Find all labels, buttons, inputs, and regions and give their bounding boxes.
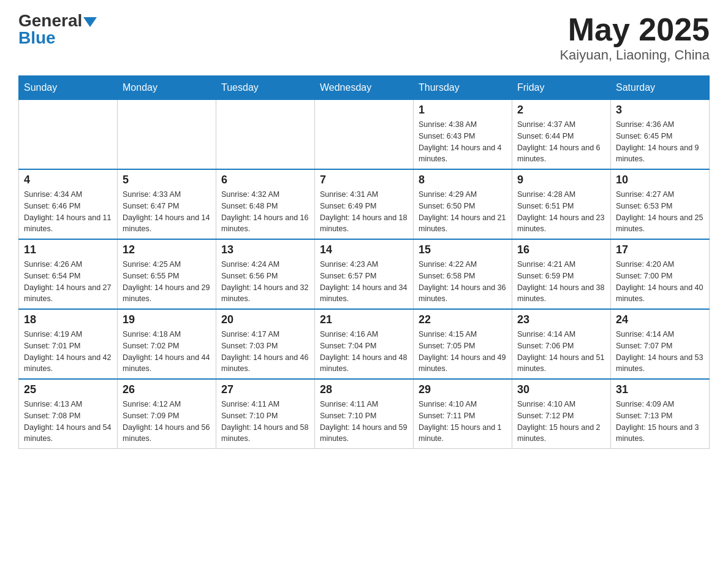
day-number: 6 [221,174,309,186]
day-number: 23 [517,313,605,326]
day-number: 10 [616,174,704,186]
day-cell: 25Sunrise: 4:13 AM Sunset: 7:08 PM Dayli… [19,379,118,449]
day-cell: 19Sunrise: 4:18 AM Sunset: 7:02 PM Dayli… [118,309,216,379]
day-info: Sunrise: 4:21 AM Sunset: 6:59 PM Dayligh… [517,259,605,305]
week-row-3: 11Sunrise: 4:26 AM Sunset: 6:54 PM Dayli… [19,239,710,309]
day-cell: 5Sunrise: 4:33 AM Sunset: 6:47 PM Daylig… [118,169,216,239]
day-number: 11 [24,243,112,256]
day-info: Sunrise: 4:10 AM Sunset: 7:12 PM Dayligh… [517,399,605,445]
day-number: 3 [616,104,704,117]
day-info: Sunrise: 4:11 AM Sunset: 7:10 PM Dayligh… [320,399,408,445]
day-cell: 18Sunrise: 4:19 AM Sunset: 7:01 PM Dayli… [19,309,118,379]
subtitle: Kaiyuan, Liaoning, China [559,47,710,63]
day-info: Sunrise: 4:31 AM Sunset: 6:49 PM Dayligh… [320,189,408,235]
day-info: Sunrise: 4:28 AM Sunset: 6:51 PM Dayligh… [517,189,605,235]
day-info: Sunrise: 4:16 AM Sunset: 7:04 PM Dayligh… [320,329,408,375]
day-info: Sunrise: 4:38 AM Sunset: 6:43 PM Dayligh… [419,119,507,165]
day-number: 27 [221,383,309,396]
day-cell [118,100,216,170]
day-number: 14 [320,243,408,256]
day-number: 7 [320,174,408,186]
day-cell: 11Sunrise: 4:26 AM Sunset: 6:54 PM Dayli… [19,239,118,309]
day-number: 5 [123,174,211,186]
logo-general: General [18,12,82,29]
calendar-header: SundayMondayTuesdayWednesdayThursdayFrid… [19,76,710,100]
day-cell [315,100,414,170]
calendar-table: SundayMondayTuesdayWednesdayThursdayFrid… [18,75,710,449]
day-cell: 26Sunrise: 4:12 AM Sunset: 7:09 PM Dayli… [118,379,216,449]
day-number: 22 [419,313,507,326]
day-info: Sunrise: 4:24 AM Sunset: 6:56 PM Dayligh… [221,259,309,305]
day-info: Sunrise: 4:32 AM Sunset: 6:48 PM Dayligh… [221,189,309,235]
day-number: 2 [517,104,605,117]
svg-marker-0 [83,17,97,27]
day-cell: 29Sunrise: 4:10 AM Sunset: 7:11 PM Dayli… [414,379,512,449]
day-number: 13 [221,243,309,256]
logo-triangle-icon [83,17,97,27]
day-info: Sunrise: 4:15 AM Sunset: 7:05 PM Dayligh… [419,329,507,375]
day-cell [19,100,118,170]
day-info: Sunrise: 4:37 AM Sunset: 6:44 PM Dayligh… [517,119,605,165]
day-cell: 14Sunrise: 4:23 AM Sunset: 6:57 PM Dayli… [315,239,414,309]
day-cell: 24Sunrise: 4:14 AM Sunset: 7:07 PM Dayli… [611,309,710,379]
weekday-header-sunday: Sunday [19,76,118,100]
weekday-header-friday: Friday [512,76,611,100]
day-number: 15 [419,243,507,256]
day-cell: 1Sunrise: 4:38 AM Sunset: 6:43 PM Daylig… [414,100,512,170]
day-info: Sunrise: 4:34 AM Sunset: 6:46 PM Dayligh… [24,189,112,235]
day-info: Sunrise: 4:10 AM Sunset: 7:11 PM Dayligh… [419,399,507,445]
day-cell [216,100,315,170]
calendar-body: 1Sunrise: 4:38 AM Sunset: 6:43 PM Daylig… [19,100,710,449]
day-info: Sunrise: 4:12 AM Sunset: 7:09 PM Dayligh… [123,399,211,445]
day-number: 20 [221,313,309,326]
page-header: General Blue May 2025 Kaiyuan, Liaoning,… [18,12,710,63]
day-info: Sunrise: 4:33 AM Sunset: 6:47 PM Dayligh… [123,189,211,235]
weekday-header-wednesday: Wednesday [315,76,414,100]
day-number: 28 [320,383,408,396]
day-number: 18 [24,313,112,326]
week-row-5: 25Sunrise: 4:13 AM Sunset: 7:08 PM Dayli… [19,379,710,449]
day-info: Sunrise: 4:18 AM Sunset: 7:02 PM Dayligh… [123,329,211,375]
weekday-header-monday: Monday [118,76,216,100]
day-cell: 7Sunrise: 4:31 AM Sunset: 6:49 PM Daylig… [315,169,414,239]
day-number: 1 [419,104,507,117]
day-info: Sunrise: 4:36 AM Sunset: 6:45 PM Dayligh… [616,119,704,165]
day-info: Sunrise: 4:11 AM Sunset: 7:10 PM Dayligh… [221,399,309,445]
weekday-header-thursday: Thursday [414,76,512,100]
day-info: Sunrise: 4:29 AM Sunset: 6:50 PM Dayligh… [419,189,507,235]
day-cell: 10Sunrise: 4:27 AM Sunset: 6:53 PM Dayli… [611,169,710,239]
day-number: 12 [123,243,211,256]
day-cell: 21Sunrise: 4:16 AM Sunset: 7:04 PM Dayli… [315,309,414,379]
day-info: Sunrise: 4:14 AM Sunset: 7:07 PM Dayligh… [616,329,704,375]
day-info: Sunrise: 4:13 AM Sunset: 7:08 PM Dayligh… [24,399,112,445]
day-cell: 17Sunrise: 4:20 AM Sunset: 7:00 PM Dayli… [611,239,710,309]
day-cell: 6Sunrise: 4:32 AM Sunset: 6:48 PM Daylig… [216,169,315,239]
day-cell: 30Sunrise: 4:10 AM Sunset: 7:12 PM Dayli… [512,379,611,449]
day-cell: 8Sunrise: 4:29 AM Sunset: 6:50 PM Daylig… [414,169,512,239]
day-cell: 9Sunrise: 4:28 AM Sunset: 6:51 PM Daylig… [512,169,611,239]
day-number: 31 [616,383,704,396]
day-cell: 13Sunrise: 4:24 AM Sunset: 6:56 PM Dayli… [216,239,315,309]
day-cell: 27Sunrise: 4:11 AM Sunset: 7:10 PM Dayli… [216,379,315,449]
day-number: 17 [616,243,704,256]
logo: General Blue [18,12,97,47]
day-number: 30 [517,383,605,396]
week-row-1: 1Sunrise: 4:38 AM Sunset: 6:43 PM Daylig… [19,100,710,170]
day-number: 25 [24,383,112,396]
weekday-header-saturday: Saturday [611,76,710,100]
weekday-row: SundayMondayTuesdayWednesdayThursdayFrid… [19,76,710,100]
day-number: 21 [320,313,408,326]
weekday-header-tuesday: Tuesday [216,76,315,100]
day-number: 16 [517,243,605,256]
day-number: 8 [419,174,507,186]
day-cell: 20Sunrise: 4:17 AM Sunset: 7:03 PM Dayli… [216,309,315,379]
week-row-2: 4Sunrise: 4:34 AM Sunset: 6:46 PM Daylig… [19,169,710,239]
day-info: Sunrise: 4:27 AM Sunset: 6:53 PM Dayligh… [616,189,704,235]
day-info: Sunrise: 4:14 AM Sunset: 7:06 PM Dayligh… [517,329,605,375]
day-cell: 12Sunrise: 4:25 AM Sunset: 6:55 PM Dayli… [118,239,216,309]
week-row-4: 18Sunrise: 4:19 AM Sunset: 7:01 PM Dayli… [19,309,710,379]
title-area: May 2025 Kaiyuan, Liaoning, China [559,12,710,63]
day-number: 9 [517,174,605,186]
day-number: 24 [616,313,704,326]
day-cell: 31Sunrise: 4:09 AM Sunset: 7:13 PM Dayli… [611,379,710,449]
